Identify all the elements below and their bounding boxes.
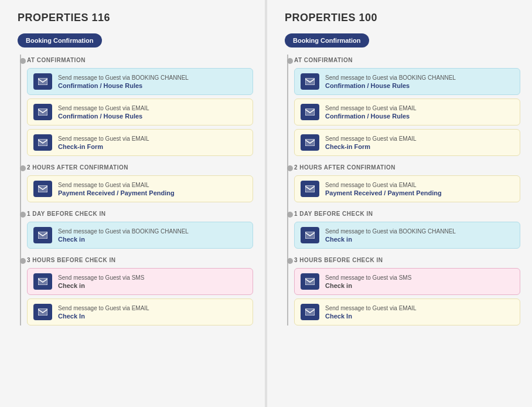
card-title: Send message to Guest via BOOKING CHANNE… xyxy=(325,228,456,235)
card-text: Send message to Guest via BOOKING CHANNE… xyxy=(325,74,456,89)
mail-icon xyxy=(301,227,319,243)
svg-rect-20 xyxy=(305,185,315,192)
mail-icon xyxy=(301,273,319,290)
card-subtitle: Confirmation / House Rules xyxy=(58,82,189,89)
card-title: Send message to Guest via BOOKING CHANNE… xyxy=(58,74,189,81)
message-card-col2-s1-c2[interactable]: Send message to Guest via EMAILConfirmat… xyxy=(294,99,520,126)
message-card-col1-s1-c1[interactable]: Send message to Guest via BOOKING CHANNE… xyxy=(27,68,253,95)
svg-rect-8 xyxy=(38,232,47,239)
card-title: Send message to Guest via EMAIL xyxy=(325,105,417,111)
card-subtitle: Check in xyxy=(325,236,456,243)
card-title: Send message to Guest via SMS xyxy=(58,274,144,281)
card-text: Send message to Guest via EMAILConfirmat… xyxy=(58,105,149,120)
timeline-dot-col2-s4 xyxy=(287,258,293,264)
badge-col1[interactable]: Booking Confirmation xyxy=(18,33,102,48)
card-text: Send message to Guest via EMAILPayment R… xyxy=(58,182,175,196)
message-card-col1-s2-c4[interactable]: Send message to Guest via EMAILPayment R… xyxy=(27,175,253,202)
message-card-col2-s3-c5[interactable]: Send message to Guest via BOOKING CHANNE… xyxy=(294,222,520,249)
timeline-dot-col1-s1 xyxy=(20,58,26,64)
card-text: Send message to Guest via EMAILCheck-in … xyxy=(58,135,149,150)
card-title: Send message to Guest via EMAIL xyxy=(58,305,149,311)
svg-rect-2 xyxy=(38,108,47,116)
mail-icon xyxy=(33,104,52,120)
section-col2-s4: 3 HOURS BEFORE CHECK IN Send message to … xyxy=(294,255,520,325)
section-col1-s1: AT CONFIRMATION Send message to Guest vi… xyxy=(27,55,253,156)
card-text: Send message to Guest via EMAILConfirmat… xyxy=(325,105,417,120)
section-col1-s4: 3 HOURS BEFORE CHECK IN Send message to … xyxy=(27,255,253,325)
svg-rect-24 xyxy=(305,278,315,285)
card-subtitle: Check in xyxy=(58,236,189,243)
message-card-col1-s4-c7[interactable]: Send message to Guest via EMAILCheck In xyxy=(27,299,253,325)
card-text: Send message to Guest via BOOKING CHANNE… xyxy=(325,228,456,243)
message-card-col1-s4-c6[interactable]: Send message to Guest via SMSCheck in xyxy=(27,268,253,295)
message-card-col2-s4-c7[interactable]: Send message to Guest via EMAILCheck In xyxy=(294,299,520,325)
column-col2: PROPERTIES 100Booking ConfirmationAT CON… xyxy=(267,0,532,407)
message-card-col2-s4-c6[interactable]: Send message to Guest via SMSCheck in xyxy=(294,268,520,295)
svg-rect-16 xyxy=(305,108,315,116)
section-label-col1-s4: 3 HOURS BEFORE CHECK IN xyxy=(27,255,253,263)
section-label-col2-s2: 2 HOURS AFTER CONFIRMATION xyxy=(294,162,520,171)
section-col2-s3: 1 DAY BEFORE CHECK IN Send message to Gu… xyxy=(294,208,520,249)
message-card-col2-s1-c3[interactable]: Send message to Guest via EMAILCheck-in … xyxy=(294,129,520,156)
message-card-col1-s1-c2[interactable]: Send message to Guest via EMAILConfirmat… xyxy=(27,99,253,126)
card-subtitle: Confirmation / House Rules xyxy=(58,113,149,120)
mail-icon xyxy=(33,273,52,290)
card-text: Send message to Guest via EMAILCheck-in … xyxy=(325,135,417,150)
section-label-col1-s1: AT CONFIRMATION xyxy=(27,55,253,63)
svg-rect-6 xyxy=(38,185,47,192)
svg-rect-18 xyxy=(305,139,315,146)
column-title-col2: PROPERTIES 100 xyxy=(285,12,520,24)
card-subtitle: Confirmation / House Rules xyxy=(325,82,456,89)
timeline-dot-col1-s3 xyxy=(20,212,26,218)
timeline-dot-col2-s2 xyxy=(287,165,293,171)
column-title-col1: PROPERTIES 116 xyxy=(18,12,253,24)
section-label-col1-s3: 1 DAY BEFORE CHECK IN xyxy=(27,208,253,217)
card-title: Send message to Guest via EMAIL xyxy=(58,105,149,111)
card-text: Send message to Guest via EMAILCheck In xyxy=(58,305,149,320)
timeline-dot-col1-s2 xyxy=(20,165,26,171)
svg-rect-0 xyxy=(38,78,47,85)
card-subtitle: Check In xyxy=(325,313,417,320)
card-text: Send message to Guest via EMAILPayment R… xyxy=(325,182,442,196)
card-title: Send message to Guest via EMAIL xyxy=(325,182,442,188)
message-card-col1-s1-c3[interactable]: Send message to Guest via EMAILCheck-in … xyxy=(27,129,253,156)
mail-icon xyxy=(301,304,319,320)
card-subtitle: Check in xyxy=(325,282,411,289)
card-subtitle: Payment Received / Payment Pending xyxy=(325,189,442,196)
svg-rect-4 xyxy=(38,139,47,146)
card-text: Send message to Guest via BOOKING CHANNE… xyxy=(58,228,189,243)
section-col1-s3: 1 DAY BEFORE CHECK IN Send message to Gu… xyxy=(27,208,253,249)
card-subtitle: Check In xyxy=(58,313,149,320)
timeline-dot-col2-s1 xyxy=(287,58,293,64)
timeline-dot-col1-s4 xyxy=(20,258,26,264)
section-col2-s1: AT CONFIRMATION Send message to Guest vi… xyxy=(294,55,520,156)
mail-icon xyxy=(301,134,319,151)
message-card-col1-s3-c5[interactable]: Send message to Guest via BOOKING CHANNE… xyxy=(27,222,253,249)
card-subtitle: Check in xyxy=(58,282,144,289)
card-title: Send message to Guest via EMAIL xyxy=(325,305,417,311)
page-container: PROPERTIES 116Booking ConfirmationAT CON… xyxy=(0,0,532,407)
message-card-col2-s2-c4[interactable]: Send message to Guest via EMAILPayment R… xyxy=(294,175,520,202)
message-card-col2-s1-c1[interactable]: Send message to Guest via BOOKING CHANNE… xyxy=(294,68,520,95)
card-subtitle: Check-in Form xyxy=(325,143,417,150)
card-text: Send message to Guest via BOOKING CHANNE… xyxy=(58,74,189,89)
timeline-col1: AT CONFIRMATION Send message to Guest vi… xyxy=(18,55,253,325)
card-title: Send message to Guest via EMAIL xyxy=(58,135,149,142)
mail-icon xyxy=(33,304,52,320)
mail-icon xyxy=(301,73,319,90)
timeline-col2: AT CONFIRMATION Send message to Guest vi… xyxy=(285,55,520,325)
mail-icon xyxy=(301,181,319,197)
section-label-col2-s1: AT CONFIRMATION xyxy=(294,55,520,63)
card-text: Send message to Guest via SMSCheck in xyxy=(58,274,144,289)
badge-col2[interactable]: Booking Confirmation xyxy=(285,33,369,48)
svg-rect-26 xyxy=(305,308,315,316)
mail-icon xyxy=(33,227,52,243)
svg-rect-12 xyxy=(38,308,47,316)
svg-rect-22 xyxy=(305,232,315,239)
mail-icon xyxy=(33,181,52,197)
card-text: Send message to Guest via EMAILCheck In xyxy=(325,305,417,320)
section-label-col1-s2: 2 HOURS AFTER CONFIRMATION xyxy=(27,162,253,171)
card-subtitle: Confirmation / House Rules xyxy=(325,113,417,120)
section-col1-s2: 2 HOURS AFTER CONFIRMATION Send message … xyxy=(27,162,253,202)
section-label-col2-s3: 1 DAY BEFORE CHECK IN xyxy=(294,208,520,217)
